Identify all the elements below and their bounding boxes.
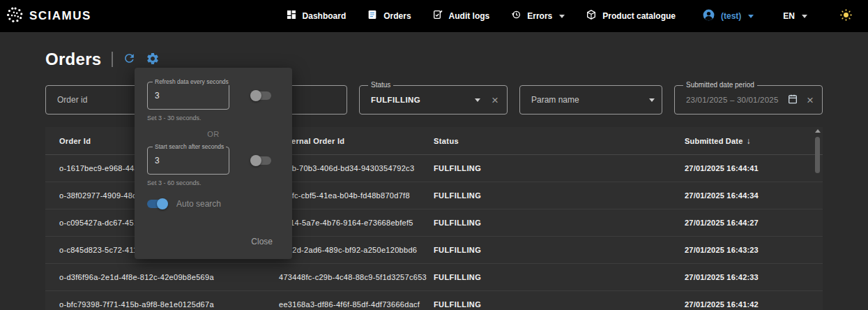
chevron-down-icon <box>475 98 480 102</box>
app-screen: SCIAMUS Dashboard Orders Audit logs <box>0 0 868 310</box>
scroll-up-icon <box>815 129 821 133</box>
brand[interactable]: SCIAMUS <box>6 6 91 27</box>
errors-history-icon <box>510 9 521 23</box>
search-delay-toggle[interactable] <box>250 156 271 165</box>
or-divider: OR <box>147 130 280 138</box>
status-clear-button[interactable] <box>487 94 507 106</box>
nav-errors[interactable]: Errors <box>510 9 565 23</box>
param-name-field[interactable]: Param name <box>519 85 662 115</box>
cell-external-order-id: ee3168a3-df86-4f6f-85df-4df73666dacf <box>279 300 434 309</box>
sun-icon <box>839 8 853 24</box>
top-navbar: SCIAMUS Dashboard Orders Audit logs <box>0 0 868 32</box>
refresh-interval-field[interactable]: Refresh data every seconds <box>147 82 229 110</box>
status-field-value: FULFILLING <box>360 96 468 104</box>
sort-descending-icon <box>746 136 750 146</box>
main-nav: Dashboard Orders Audit logs Errors <box>286 8 853 24</box>
search-delay-input[interactable] <box>148 156 229 165</box>
toggle-knob <box>157 198 168 209</box>
brand-logo-icon <box>6 6 24 27</box>
date-period-field[interactable]: Submitted date period 23/01/2025 – 30/01… <box>674 85 823 115</box>
date-period-value: 23/01/2025 – 30/01/2025 <box>675 96 783 104</box>
scrollbar-thumb[interactable] <box>815 137 820 173</box>
table-scrollbar[interactable] <box>814 129 821 310</box>
nav-language-label: EN <box>783 11 795 21</box>
cell-external-order-id: 473448fc-c29b-4c48-88c9-5f1d3257c653 <box>279 273 434 281</box>
cell-status: FULFILLING <box>434 219 685 227</box>
refresh-interval-input[interactable] <box>148 91 229 101</box>
orders-icon <box>367 9 378 23</box>
chevron-down-icon <box>802 15 807 18</box>
auto-search-label: Auto search <box>176 199 221 209</box>
nav-dashboard-label: Dashboard <box>303 11 347 21</box>
cell-status: FULFILLING <box>434 164 685 172</box>
nav-orders-label: Orders <box>383 11 411 21</box>
refresh-hint: Set 3 - 30 seconds. <box>147 115 280 121</box>
cell-submitted-date: 27/01/2025 16:44:27 <box>685 219 823 227</box>
cell-external-order-id: 24f14-5a7e-4b76-9164-e73668ebfef5 <box>279 219 434 227</box>
header-submitted-date-label: Submitted Date <box>685 137 743 145</box>
search-delay-hint: Set 3 - 60 seconds. <box>147 179 280 186</box>
search-delay-label: Start search after seconds <box>153 143 226 150</box>
nav-product-catalogue[interactable]: Product catalogue <box>586 9 676 23</box>
cell-external-order-id: 7c9fc-cbf5-41ea-b04b-fd48b870d7f8 <box>279 191 434 200</box>
nav-errors-label: Errors <box>527 11 552 21</box>
close-button[interactable]: Close <box>244 232 280 251</box>
dashboard-icon <box>286 9 297 23</box>
nav-audit-logs[interactable]: Audit logs <box>432 9 490 23</box>
header-status[interactable]: Status <box>434 137 685 145</box>
cell-submitted-date: 27/01/2025 16:44:34 <box>685 191 823 200</box>
refresh-toggle[interactable] <box>250 91 271 100</box>
theme-toggle-button[interactable] <box>839 8 853 24</box>
page-title: Orders <box>45 50 102 69</box>
nav-product-catalogue-label: Product catalogue <box>602 11 676 21</box>
refresh-interval-label: Refresh data every seconds <box>153 78 231 85</box>
audit-logs-icon <box>432 9 443 23</box>
param-name-placeholder: Param name <box>520 95 642 105</box>
user-avatar-icon <box>702 8 715 24</box>
nav-user-menu[interactable]: (test) <box>702 8 754 24</box>
cell-order-id: o-d3f6f96a-2e1d-4f8e-812c-42e09b8e569a <box>45 273 279 281</box>
cell-status: FULFILLING <box>434 273 685 281</box>
header-submitted-date[interactable]: Submitted Date <box>685 136 823 146</box>
title-divider <box>112 52 113 67</box>
gear-icon <box>146 52 160 68</box>
refresh-interval-row: Refresh data every seconds <box>147 82 280 110</box>
date-period-label: Submitted date period <box>683 81 757 89</box>
table-row[interactable]: o-d3f6f96a-2e1d-4f8e-812c-42e09b8e569a 4… <box>45 264 823 291</box>
popover-footer: Close <box>147 232 280 251</box>
toggle-knob <box>250 90 261 101</box>
cell-submitted-date: 27/01/2025 16:43:23 <box>685 246 823 254</box>
cell-status: FULFILLING <box>434 246 685 254</box>
cell-status: FULFILLING <box>434 191 685 200</box>
cell-status: FULFILLING <box>434 300 685 309</box>
nav-orders[interactable]: Orders <box>367 9 411 23</box>
cell-order-id: o-bfc79398-7f71-415b-a9f8-8e1e0125d67a <box>45 300 279 309</box>
product-catalogue-icon <box>586 9 597 23</box>
refresh-icon <box>123 52 136 67</box>
table-row[interactable]: o-bfc79398-7f71-415b-a9f8-8e1e0125d67a e… <box>45 291 823 310</box>
calendar-icon <box>787 94 798 107</box>
refresh-button[interactable] <box>123 52 136 67</box>
chevron-down-icon <box>748 15 754 18</box>
status-field[interactable]: Status FULFILLING <box>359 85 508 115</box>
nav-audit-logs-label: Audit logs <box>449 11 490 21</box>
cell-submitted-date: 27/01/2025 16:42:33 <box>685 273 823 281</box>
auto-search-row: Auto search <box>147 199 280 209</box>
chevron-down-icon <box>649 98 655 102</box>
toggle-knob <box>250 155 261 166</box>
search-delay-field[interactable]: Start search after seconds <box>147 147 229 175</box>
header-external-order-id[interactable]: External Order Id <box>279 137 434 145</box>
date-period-clear-button[interactable] <box>802 94 822 106</box>
cell-external-order-id: 5dcb-70b3-406d-bd34-9430354792c3 <box>279 164 434 172</box>
cell-submitted-date: 27/01/2025 16:41:42 <box>685 300 823 309</box>
brand-name: SCIAMUS <box>29 9 91 23</box>
calendar-button[interactable] <box>783 94 802 107</box>
settings-button[interactable] <box>146 52 160 68</box>
nav-dashboard[interactable]: Dashboard <box>286 9 347 23</box>
nav-user-label: (test) <box>721 11 741 21</box>
search-delay-row: Start search after seconds <box>147 147 280 175</box>
cell-external-order-id: 6932d-2ad6-489c-bf92-a250e120bbd6 <box>279 246 434 254</box>
nav-language-select[interactable]: EN <box>783 11 807 21</box>
cell-submitted-date: 27/01/2025 16:44:41 <box>685 164 823 172</box>
auto-search-toggle[interactable] <box>147 200 168 208</box>
